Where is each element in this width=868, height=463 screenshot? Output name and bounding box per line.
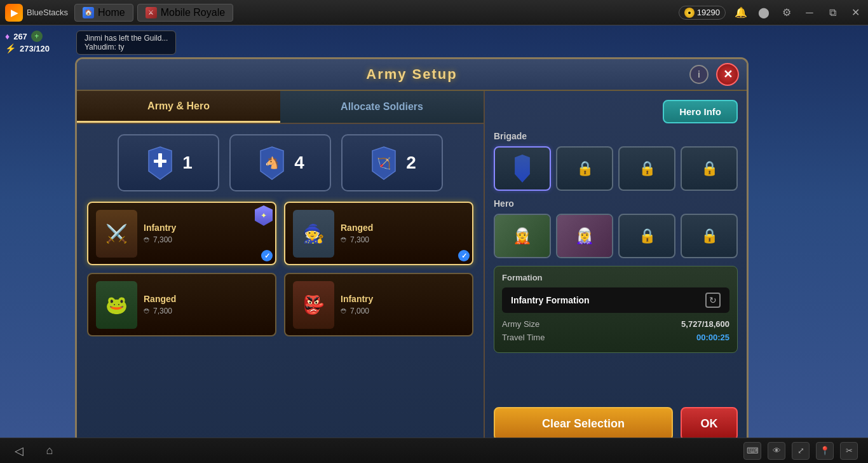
home-nav-btn[interactable]: ⌂ [41, 442, 58, 460]
minimize-btn[interactable]: ─ [802, 5, 817, 20]
unit-card-row-2: 🐸 Ranged ⛑ 7,300 [87, 273, 473, 336]
banner-slot-2[interactable]: 🏹 2 [341, 134, 443, 191]
clear-btn-label: Clear Selection [542, 417, 625, 430]
brigade-slot-4[interactable]: 🔒 [681, 146, 738, 191]
ok-button[interactable]: OK [681, 407, 738, 441]
restore-btn[interactable]: ⧉ [825, 5, 840, 20]
settings-btn[interactable]: ⚙ [779, 5, 794, 20]
game-tab[interactable]: ⚔ Mobile Royale [137, 4, 233, 22]
helmet-icon-3: ⛑ [144, 307, 151, 315]
right-panel: Hero Info Brigade 🔒 🔒 [485, 91, 747, 450]
info-icon: i [698, 69, 700, 79]
svg-text:🏹: 🏹 [377, 156, 391, 170]
close-taskbar-btn[interactable]: ✕ [848, 5, 863, 20]
game-area: ♦ 267 + ⚡ 273/120 Jinmi has left the Gui… [0, 25, 868, 463]
bottom-buttons: Clear Selection OK [494, 402, 738, 441]
tab-allocate[interactable]: Allocate Soldiers [280, 91, 484, 123]
dialog-title: Army Setup [366, 66, 457, 83]
unit-card-infantry2[interactable]: 👺 Infantry ⛑ 7,000 [284, 273, 473, 336]
bottom-bar: ◁ ⌂ ⌨ 👁 ⤢ 📍 ✂ [0, 438, 868, 463]
energy-icon: ⚡ [5, 43, 16, 53]
hero-info-label: Hero Info [679, 106, 721, 117]
banner-slot-1[interactable]: 1 [118, 134, 219, 191]
lock-icon-h4: 🔒 [701, 228, 718, 244]
ranged1-avatar: 🧙 [293, 210, 334, 258]
notification-btn[interactable]: 🔔 [733, 5, 749, 20]
refresh-formation-btn[interactable]: ↻ [705, 293, 721, 308]
infantry2-info: Infantry ⛑ 7,000 [341, 294, 465, 315]
army-size-label: Army Size [502, 319, 539, 329]
notif-line1: Jinmi has left the Guild... [85, 34, 168, 43]
brigade-slot-3[interactable]: 🔒 [618, 146, 675, 191]
record-btn[interactable]: ⬤ [756, 5, 771, 20]
ranged2-type: Ranged [144, 294, 268, 304]
ranged1-count: ⛑ 7,300 [341, 235, 465, 244]
ranged1-count-val: 7,300 [350, 235, 369, 244]
helmet-icon-2: ⛑ [341, 236, 348, 244]
infantry1-info: Infantry ⛑ 7,300 [144, 223, 268, 244]
ranged2-avatar: 🐸 [96, 281, 137, 329]
ok-btn-label: OK [701, 417, 718, 430]
infantry1-check: ✓ [261, 250, 273, 261]
banner-row: 1 🐴 4 [87, 134, 473, 191]
fullscreen-icon[interactable]: ⤢ [792, 442, 810, 460]
gem-add-btn[interactable]: + [31, 31, 43, 42]
emblem-shape-1: ✦ [255, 205, 273, 226]
left-panel: Army & Hero Allocate Soldiers [77, 91, 485, 450]
bottom-nav: ◁ ⌂ [10, 442, 58, 460]
energy-value: 273/120 [20, 44, 50, 53]
infantry2-avatar-img: 👺 [293, 281, 334, 329]
scissors-icon[interactable]: ✂ [840, 442, 858, 460]
tab-bar: Army & Hero Allocate Soldiers [77, 91, 484, 124]
travel-time-line: Travel Time 00:00:25 [502, 333, 729, 342]
game-tab-label: Mobile Royale [161, 7, 225, 18]
game-tab-icon: ⚔ [146, 7, 157, 18]
tab-army-hero[interactable]: Army & Hero [77, 91, 280, 123]
ranged2-count-val: 7,300 [153, 307, 172, 315]
hero-slot-1[interactable]: 🧝 [494, 214, 551, 258]
banner-4-num: 4 [294, 153, 304, 173]
army-setup-dialog: Army Setup i ✕ Army & Hero Allocate [75, 57, 749, 452]
hero-slot-2[interactable]: 🧝‍♀️ [556, 214, 613, 258]
banner-2-num: 2 [406, 153, 416, 173]
dialog-body: Army & Hero Allocate Soldiers [77, 91, 747, 450]
close-dialog-button[interactable]: ✕ [716, 63, 739, 86]
banner-slot-4[interactable]: 🐴 4 [229, 134, 331, 191]
unit-card-ranged1[interactable]: 🧙 Ranged ⛑ 7,300 ✓ [284, 202, 473, 265]
unit-card-infantry1[interactable]: ⚔️ Infantry ⛑ 7,300 ✦ [87, 202, 276, 265]
brigade-slot-1[interactable] [494, 146, 551, 191]
taskbar-right: ● 19290 🔔 ⬤ ⚙ ─ ⧉ ✕ [679, 5, 863, 20]
home-tab-icon: 🏠 [83, 7, 94, 18]
infantry1-type: Infantry [144, 223, 268, 233]
hero-info-button[interactable]: Hero Info [663, 100, 738, 123]
coin-amount: 19290 [697, 8, 720, 17]
ranged1-check: ✓ [458, 250, 470, 261]
notification-bar: Jinmi has left the Guild... Yahudim: ty [76, 31, 176, 55]
formation-title: Formation [502, 273, 729, 282]
hero-slot-3[interactable]: 🔒 [618, 214, 675, 258]
army-size-line: Army Size 5,727/18,600 [502, 319, 729, 329]
clear-selection-button[interactable]: Clear Selection [494, 407, 673, 441]
brigade-slot-row: 🔒 🔒 🔒 [494, 146, 738, 191]
unit-card-ranged2[interactable]: 🐸 Ranged ⛑ 7,300 [87, 273, 276, 336]
svg-text:🐴: 🐴 [265, 156, 280, 170]
info-button[interactable]: i [689, 65, 709, 84]
infantry1-emblem: ✦ [255, 205, 273, 226]
brigade-sword-icon [512, 155, 533, 183]
home-tab[interactable]: 🏠 Home [74, 4, 133, 22]
helmet-icon-1: ⛑ [144, 236, 151, 244]
helmet-icon-4: ⛑ [341, 307, 348, 315]
bluestacks-logo[interactable]: ▶ BlueStacks [5, 4, 68, 22]
infantry2-count-val: 7,000 [350, 307, 369, 315]
hero-avatar-2: 🧝‍♀️ [557, 215, 612, 257]
location-icon[interactable]: 📍 [816, 442, 834, 460]
travel-time-value: 00:00:25 [696, 333, 729, 342]
hero-slot-row: 🧝 🧝‍♀️ 🔒 🔒 [494, 214, 738, 258]
back-btn[interactable]: ◁ [10, 442, 28, 460]
eye-icon[interactable]: 👁 [768, 442, 785, 460]
brigade-slot-2[interactable]: 🔒 [556, 146, 613, 191]
banner-1-num: 1 [182, 153, 193, 173]
hero-slot-4[interactable]: 🔒 [681, 214, 738, 258]
keyboard-icon[interactable]: ⌨ [743, 442, 761, 460]
sword-banner-icon [144, 144, 176, 182]
